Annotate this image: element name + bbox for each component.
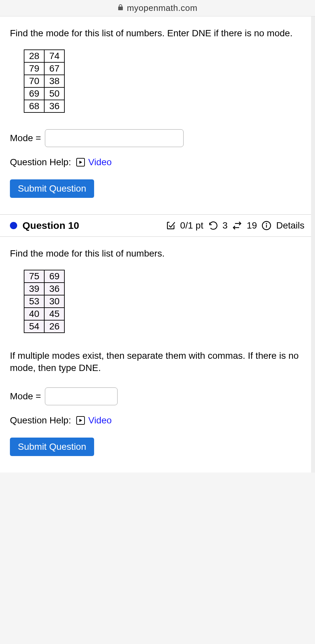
info-icon[interactable] — [262, 221, 271, 230]
question-body-2: Find the mode for this list of numbers. … — [0, 237, 311, 473]
lock-icon — [118, 4, 123, 12]
tries-text: 19 — [247, 220, 257, 231]
table-row: 7569 — [24, 270, 64, 283]
data-table-2: 7569 3936 5330 4045 5426 — [24, 270, 65, 333]
mode-label-2: Mode = — [10, 391, 41, 402]
mode-input-2[interactable] — [45, 387, 118, 405]
note-2: If multiple modes exist, then separate t… — [10, 350, 301, 375]
help-row-2: Question Help: Video — [10, 415, 301, 426]
submit-button-2[interactable]: Submit Question — [10, 438, 94, 456]
cell: 45 — [44, 308, 64, 320]
table-row: 5426 — [24, 320, 64, 333]
url-domain: myopenmath.com — [127, 3, 197, 13]
swap-icon — [232, 221, 242, 230]
cell: 75 — [24, 270, 44, 283]
question-title: Question 10 — [22, 220, 79, 231]
cell: 50 — [44, 87, 64, 100]
help-label: Question Help: — [10, 157, 71, 168]
prompt-2: Find the mode for this list of numbers. — [10, 247, 301, 260]
cell: 68 — [24, 100, 44, 112]
cell: 36 — [44, 100, 64, 112]
cell: 67 — [44, 62, 64, 75]
cell: 39 — [24, 283, 44, 295]
video-label: Video — [88, 157, 112, 168]
cell: 69 — [24, 87, 44, 100]
retry-icon — [208, 221, 218, 230]
content: Find the mode for this list of numbers. … — [0, 16, 315, 473]
cell: 38 — [44, 75, 64, 87]
video-link-1[interactable]: Video — [76, 157, 112, 168]
submit-button-1[interactable]: Submit Question — [10, 179, 94, 198]
cell: 70 — [24, 75, 44, 87]
help-row-1: Question Help: Video — [10, 157, 301, 168]
cell: 30 — [44, 295, 64, 308]
table-row: 4045 — [24, 308, 64, 320]
cell: 28 — [24, 50, 44, 62]
table-row: 3936 — [24, 283, 64, 295]
score-area: 0/1 pt 3 19 Details — [166, 220, 304, 231]
cell: 36 — [44, 283, 64, 295]
svg-point-2 — [266, 223, 267, 224]
cell: 53 — [24, 295, 44, 308]
data-table-1: 2874 7967 7038 6950 6836 — [24, 49, 65, 113]
play-icon — [76, 158, 85, 167]
cell: 74 — [44, 50, 64, 62]
answer-row-1: Mode = — [10, 129, 301, 147]
url-bar: myopenmath.com — [0, 0, 315, 16]
table-row: 2874 — [24, 50, 64, 62]
table-row: 6950 — [24, 87, 64, 100]
play-icon — [76, 416, 85, 425]
answer-row-2: Mode = — [10, 387, 301, 405]
cell: 26 — [44, 320, 64, 333]
table-row: 7967 — [24, 62, 64, 75]
details-link[interactable]: Details — [276, 220, 304, 231]
video-link-2[interactable]: Video — [76, 415, 112, 426]
bullet-icon — [10, 222, 17, 229]
checkbox-icon — [166, 221, 176, 230]
question-header: Question 10 0/1 pt 3 19 Details — [0, 214, 311, 237]
score-text: 0/1 pt — [180, 220, 203, 231]
cell: 69 — [44, 270, 64, 283]
mode-label: Mode = — [10, 133, 41, 143]
attempts-text: 3 — [223, 220, 228, 231]
cell: 54 — [24, 320, 44, 333]
table-row: 5330 — [24, 295, 64, 308]
video-label-2: Video — [88, 415, 112, 426]
table-row: 6836 — [24, 100, 64, 112]
table-row: 7038 — [24, 75, 64, 87]
question-body-1: Find the mode for this list of numbers. … — [0, 16, 311, 214]
cell: 40 — [24, 308, 44, 320]
help-label-2: Question Help: — [10, 415, 71, 426]
prompt-1: Find the mode for this list of numbers. … — [10, 27, 301, 40]
mode-input-1[interactable] — [45, 129, 184, 147]
cell: 79 — [24, 62, 44, 75]
